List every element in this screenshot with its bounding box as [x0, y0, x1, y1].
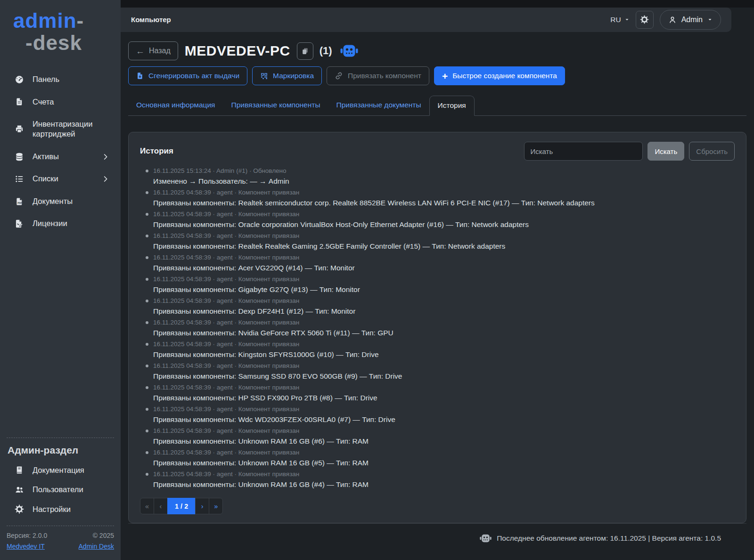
sidebar-item-users[interactable]: Пользователи — [7, 480, 114, 499]
user-name: Admin — [681, 16, 703, 24]
copyright: © 2025 — [93, 532, 114, 539]
cartridge-icon — [14, 124, 25, 134]
reset-button[interactable]: Сбросить — [689, 142, 735, 161]
entry-meta: 16.11.2025 04:58:39 · agent · Компонент … — [153, 471, 299, 478]
entry-text: Привязаны компоненты: Acer VG220Q (#14) … — [153, 263, 735, 272]
history-title: История — [140, 146, 173, 156]
history-entry: 16.11.2025 04:58:39 · agent · Компонент … — [153, 383, 735, 402]
sidebar-item-settings[interactable]: Настройки — [7, 500, 114, 519]
agent-status-text: Последнее обновление агентом: 16.11.2025… — [497, 534, 721, 543]
sidebar-item-cartridge-inventory[interactable]: Инвентаризации картриджей — [7, 114, 114, 144]
entry-meta: 16.11.2025 04:58:39 · agent · Компонент … — [153, 384, 299, 391]
back-label: Назад — [149, 47, 171, 55]
entry-meta: 16.11.2025 04:58:39 · agent · Компонент … — [153, 254, 299, 261]
entry-text: Привязаны компоненты: HP SSD FX900 Pro 2… — [153, 393, 735, 402]
arrow-left-icon: ← — [136, 47, 145, 56]
sidebar-item-invoices[interactable]: Счета — [7, 92, 114, 112]
breadcrumb: Компьютер — [131, 16, 171, 24]
copy-button[interactable] — [297, 42, 313, 60]
history-entry: 16.11.2025 04:58:39 · agent · Компонент … — [153, 210, 735, 229]
history-entry: 16.11.2025 04:58:39 · agent · Компонент … — [153, 448, 735, 467]
pagination-first[interactable]: « — [140, 498, 154, 514]
pagination-prev[interactable]: ‹ — [154, 498, 168, 514]
logo-line-1: admin- — [13, 9, 114, 32]
page-title: MEDVEDEV-PC — [185, 43, 290, 59]
entry-text: Привязаны компоненты: Kingston SFYRS1000… — [153, 350, 735, 359]
file-invoice-icon — [14, 97, 25, 106]
button-label: Привязать компонент — [348, 72, 421, 80]
sidebar-item-licenses[interactable]: Лицензии — [7, 214, 114, 233]
pagination-last[interactable]: » — [209, 498, 223, 514]
quick-create-component-button[interactable]: + Быстрое создание компонента — [434, 66, 565, 85]
tabs: Основная информация Привязанные компонен… — [128, 96, 746, 116]
app-link[interactable]: Admin Desk — [79, 543, 114, 550]
sidebar-nav: Панель Счета Инвентаризации картриджей А… — [7, 70, 114, 234]
main-column: Компьютер RU Admin ← — [121, 0, 754, 560]
bind-component-button[interactable]: Привязать компонент — [327, 66, 429, 85]
entry-meta: 16.11.2025 04:58:39 · agent · Компонент … — [153, 189, 299, 196]
gauge-icon — [14, 75, 25, 84]
sidebar-item-assets[interactable]: Активы — [7, 147, 114, 166]
timeline-bullet — [146, 451, 148, 454]
history-entry: 16.11.2025 04:58:39 · agent · Компонент … — [153, 405, 735, 424]
sidebar-item-documentation[interactable]: Документация — [7, 461, 114, 480]
main-content: ← Назад MEDVEDEV-PC (1) Сгенерировать ак… — [121, 32, 754, 560]
tab-bound-components[interactable]: Привязанные компоненты — [223, 96, 328, 116]
entry-meta: 16.11.2025 04:58:39 · agent · Компонент … — [153, 232, 299, 239]
timeline-bullet — [146, 256, 148, 259]
entry-text: Привязаны компоненты: Unknown RAM 16 GB … — [153, 437, 735, 446]
back-button[interactable]: ← Назад — [128, 41, 178, 60]
sidebar-item-documents[interactable]: PDF Документы — [7, 192, 114, 211]
file-signature-icon — [14, 219, 25, 228]
entry-meta: 16.11.2025 04:58:39 · agent · Компонент … — [153, 319, 299, 326]
entry-meta: 16.11.2025 04:58:39 · agent · Компонент … — [153, 449, 299, 456]
tab-bound-documents[interactable]: Привязанные документы — [328, 96, 429, 116]
search-button[interactable]: Искать — [647, 142, 684, 161]
sidebar: admin- -desk Панель Счета Инвентаризации… — [0, 0, 121, 560]
company-link[interactable]: Medvedev IT — [7, 543, 45, 550]
search-input[interactable] — [524, 142, 643, 161]
user-menu[interactable]: Admin — [660, 10, 721, 30]
button-label: Быстрое создание компонента — [452, 72, 557, 80]
button-label: Сгенерировать акт выдачи — [148, 72, 239, 80]
sidebar-item-label: Документы — [33, 196, 73, 206]
entry-text: Привязаны компоненты: Gigabyte G27Q (#13… — [153, 285, 735, 294]
timeline-bullet — [146, 170, 148, 172]
sidebar-item-label: Активы — [33, 152, 59, 162]
timeline-bullet — [146, 191, 148, 194]
pagination-next[interactable]: › — [195, 498, 209, 514]
app-version: Версия: 2.0.0 — [7, 532, 47, 539]
entry-text: Привязаны компоненты: Realtek semiconduc… — [153, 198, 735, 207]
settings-button[interactable] — [636, 11, 654, 29]
admin-section-title: Админ-раздел — [8, 445, 114, 456]
tab-history[interactable]: История — [429, 96, 475, 116]
sidebar-footer: Версия: 2.0.0 © 2025 Medvedev IT Admin D… — [7, 526, 114, 553]
gear-icon — [14, 504, 25, 514]
actions-row: Сгенерировать акт выдачи Маркировка Прив… — [128, 66, 746, 85]
history-entry: 16.11.2025 04:58:39 · agent · Компонент … — [153, 232, 735, 251]
logo-line-2: -desk — [25, 32, 114, 54]
entry-text: Привязаны компоненты: Unknown RAM 16 GB … — [153, 458, 735, 467]
robot-icon — [480, 534, 492, 543]
language-dropdown[interactable]: RU — [610, 16, 629, 24]
history-search-group: Искать Сбросить — [524, 142, 735, 161]
history-entry: 16.11.2025 15:13:24 · Admin (#1) · Обнов… — [153, 167, 735, 186]
button-label: Маркировка — [273, 72, 314, 80]
sidebar-item-lists[interactable]: Списки — [7, 169, 114, 188]
users-icon — [14, 485, 25, 495]
tab-main-info[interactable]: Основная информация — [128, 96, 223, 116]
entry-meta: 16.11.2025 04:58:39 · agent · Компонент … — [153, 276, 299, 283]
qr-code-icon — [260, 72, 268, 80]
item-count: (1) — [320, 45, 332, 57]
timeline-bullet — [146, 430, 148, 432]
history-card-header: История Искать Сбросить — [140, 142, 735, 161]
timeline-bullet — [146, 386, 148, 389]
generate-act-button[interactable]: Сгенерировать акт выдачи — [128, 66, 247, 85]
sidebar-item-dashboard[interactable]: Панель — [7, 70, 114, 89]
marking-button[interactable]: Маркировка — [252, 66, 322, 85]
history-entry: 16.11.2025 04:58:39 · agent · Компонент … — [153, 297, 735, 316]
pagination-current[interactable]: 1 / 2 — [167, 498, 196, 514]
sidebar-item-label: Счета — [33, 97, 54, 107]
entry-text: Привязаны компоненты: Samsung SSD 870 EV… — [153, 372, 735, 381]
sidebar-item-label: Лицензии — [33, 219, 67, 228]
